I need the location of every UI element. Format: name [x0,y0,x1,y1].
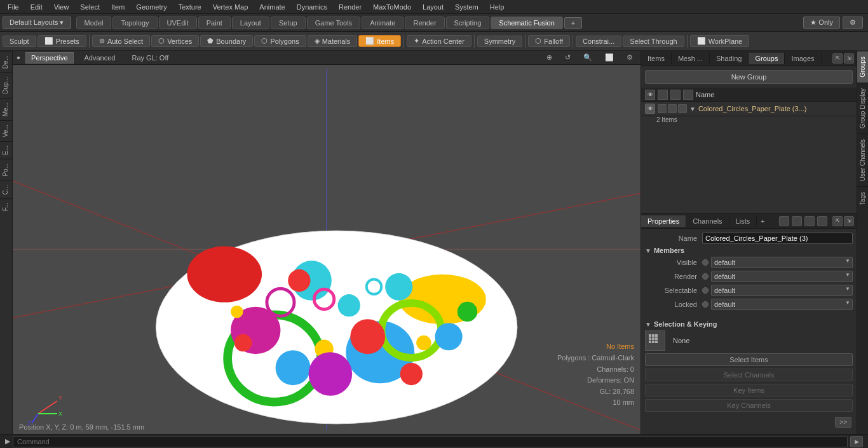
constraints-btn[interactable]: Constrai... [576,36,621,47]
vertices-btn[interactable]: ⬡ Vertices [151,35,199,47]
rp-collapse-icon[interactable]: ⇲ [844,53,854,64]
sidebar-tab-e[interactable]: E... [0,141,12,159]
expand-arrow-btn[interactable]: >> [835,417,851,428]
menu-help[interactable]: Help [485,2,510,12]
falloff-btn[interactable]: ⬡ Falloff [528,35,570,47]
locked-select[interactable]: default [711,299,853,310]
select-items-btn[interactable]: Select Items [645,353,853,366]
sel-col-icon[interactable] [670,90,681,100]
new-group-btn[interactable]: New Group [645,70,853,84]
tab-animate[interactable]: Animate [362,17,403,29]
props-tab-add[interactable]: + [757,215,768,227]
edge-tab-user-channels[interactable]: User Channels [857,133,868,186]
menu-geometry[interactable]: Geometry [131,2,172,12]
rp-tab-mesh[interactable]: Mesh ... [672,53,710,64]
vp-settings-icon[interactable]: ⚙ [623,52,637,63]
menu-item[interactable]: Item [106,2,130,12]
tab-paint[interactable]: Paint [198,17,231,29]
vp-orbit-icon[interactable]: ⊕ [543,52,556,63]
vp-tab-perspective[interactable]: Perspective [25,52,73,64]
presets-btn[interactable]: ⬜ Presets [37,35,86,47]
tab-model[interactable]: Model [76,17,112,29]
symmetry-btn[interactable]: Symmetry [477,36,523,47]
sidebar-tab-po[interactable]: Po... [0,159,12,180]
materials-btn[interactable]: ◈ Materials [308,35,358,47]
edge-tab-tags[interactable]: Tags [857,186,868,210]
vp-frame-icon[interactable]: ⬜ [601,52,618,63]
props-collapse-icon[interactable]: ⇲ [844,216,854,226]
action-center-btn[interactable]: ✦ Action Center [407,35,471,47]
tab-setup[interactable]: Setup [271,17,306,29]
menu-maxtomodo[interactable]: MaxToModo [368,2,416,12]
vp-reset-icon[interactable]: ↺ [561,52,574,63]
tab-game-tools[interactable]: Game Tools [307,17,361,29]
menu-dynamics[interactable]: Dynamics [292,2,332,12]
tab-schematic-fusion[interactable]: Schematic Fusion [491,17,562,29]
items-btn[interactable]: ⬜ Items [358,35,401,47]
layout-dropdown[interactable]: Default Layouts ▾ [3,17,71,29]
tab-render[interactable]: Render [405,17,444,29]
cmd-input[interactable] [13,436,848,447]
edge-tab-groups[interactable]: Groups [857,51,868,83]
props-tab-properties[interactable]: Properties [641,215,686,227]
viewport[interactable]: ● Perspective Advanced Ray GL: Off ⊕ ↺ 🔍… [13,51,641,434]
props-icon4[interactable] [817,216,827,226]
select-channels-btn[interactable]: Select Channels [645,369,853,381]
props-icon1[interactable] [779,216,789,226]
menu-render[interactable]: Render [334,2,367,12]
vp-zoom-icon[interactable]: 🔍 [580,52,596,63]
props-tab-lists[interactable]: Lists [729,215,757,227]
sidebar-tab-f[interactable]: F... [0,198,12,215]
edge-tab-group-display[interactable]: Group Display [857,83,868,133]
menu-edit[interactable]: Edit [25,2,48,12]
name-input[interactable] [702,233,853,244]
props-icon3[interactable] [804,216,815,226]
menu-texture[interactable]: Texture [173,2,207,12]
lock-col-icon[interactable] [683,90,693,100]
auto-select-btn[interactable]: ⊕ Auto Select [92,35,150,47]
select-through-btn[interactable]: Select Through [623,36,684,47]
sidebar-tab-me[interactable]: Me... [0,98,12,120]
menu-vertex-map[interactable]: Vertex Map [208,2,254,12]
props-icon2[interactable] [792,216,802,226]
tab-topology[interactable]: Topology [112,17,157,29]
render-col-icon[interactable] [658,90,668,100]
tab-layout[interactable]: Layout [232,17,269,29]
tab-uvedit[interactable]: UVEdit [159,17,197,29]
star-only-btn[interactable]: ★ Only [803,17,840,29]
sidebar-tab-de[interactable]: De... [0,51,12,72]
vp-tab-raygl[interactable]: Ray GL: Off [126,52,174,64]
sidebar-tab-c[interactable]: C... [0,180,12,199]
settings-btn[interactable]: ⚙ [843,17,863,29]
menu-layout[interactable]: Layout [417,2,449,12]
rp-tab-shading[interactable]: Shading [710,53,749,64]
rp-tab-items[interactable]: Items [641,53,672,64]
menu-view[interactable]: View [49,2,74,12]
group-render-btn[interactable] [658,104,667,113]
group-list-item[interactable]: 👁 ▼ Colored_Circles_Paper_Plate (3...) [641,102,857,116]
props-expand-icon[interactable]: ⇱ [832,216,843,226]
tab-scripting[interactable]: Scripting [446,17,490,29]
group-sel-btn[interactable] [668,104,677,113]
sidebar-tab-ve[interactable]: Ve... [0,120,12,141]
selectable-select[interactable]: default [711,285,853,296]
boundary-btn[interactable]: ⬟ Boundary [200,35,253,47]
menu-file[interactable]: File [3,2,24,12]
rp-expand-icon[interactable]: ⇱ [832,53,843,64]
members-arrow[interactable]: ▼ [645,247,651,254]
sidebar-tab-dup[interactable]: Dup... [0,72,12,98]
eye-col-icon[interactable]: 👁 [645,90,655,100]
render-select[interactable]: default [711,271,853,282]
menu-select[interactable]: Select [75,2,105,12]
rp-tab-images[interactable]: Images [785,53,821,64]
menu-animate[interactable]: Animate [254,2,290,12]
vp-tab-advanced[interactable]: Advanced [79,52,121,64]
menu-system[interactable]: System [450,2,484,12]
workplane-btn[interactable]: ⬜ WorkPlane [690,35,750,47]
key-channels-btn[interactable]: Key Channels [645,399,853,412]
sel-keying-arrow[interactable]: ▼ [645,321,651,328]
cmd-arrow[interactable]: ▶ [5,437,10,445]
group-eye-btn[interactable]: 👁 [645,104,655,114]
add-workspace-btn[interactable]: + [564,17,582,29]
key-items-btn[interactable]: Key Items [645,384,853,397]
